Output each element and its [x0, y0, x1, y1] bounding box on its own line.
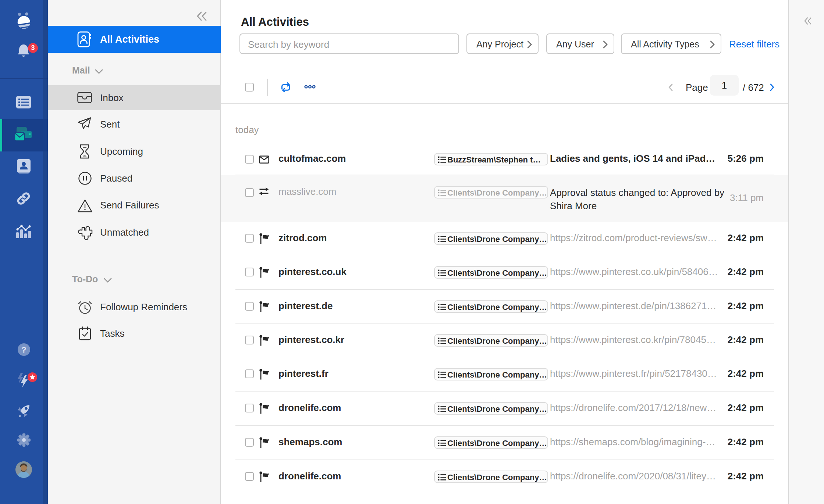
svg-text:?: ?	[21, 345, 26, 354]
